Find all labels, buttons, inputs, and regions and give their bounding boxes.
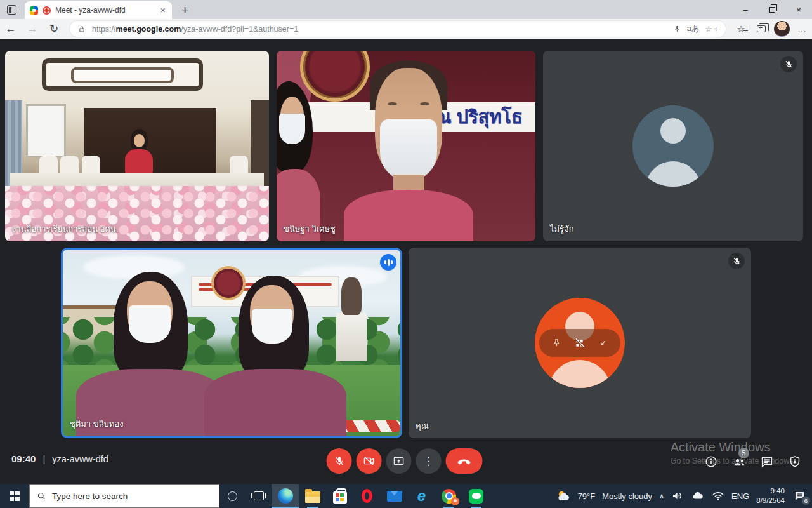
taskbar-app-file-explorer[interactable] [299,484,326,508]
meeting-details-button[interactable] [704,454,719,469]
video-tile-speaking[interactable]: ชุติมา ขลิบทอง [61,248,402,438]
window-close-button[interactable]: × [785,0,812,19]
onedrive-icon[interactable] [691,490,705,502]
mail-icon [387,491,402,502]
windows-logo-icon [10,491,20,501]
mic-off-icon [732,257,742,266]
divider: | [43,453,45,464]
monument-pedestal [336,313,367,361]
camera-toggle-button[interactable] [357,448,382,474]
meeting-time: 09:40 [11,453,36,464]
browser-tab[interactable]: Meet - yza-avww-dfd × [25,1,172,19]
notification-count-badge: 6 [801,496,811,505]
back-button[interactable]: ← [0,23,22,36]
new-tab-button[interactable]: + [181,3,188,17]
language-indicator[interactable]: ENG [731,491,749,501]
windows-taskbar: Type here to search e 79°F Mostly cloudy… [0,484,812,508]
tab-close-icon[interactable]: × [159,5,167,15]
person-left-mask [129,305,171,343]
taskbar-app-chrome[interactable] [435,484,462,508]
participants-button[interactable]: 5 [731,454,747,469]
taskbar-app-mail[interactable] [381,484,408,508]
refresh-button[interactable]: ↻ [43,22,65,36]
silhouette-body [645,161,701,187]
meeting-info: 09:40 | yza-avww-dfd [11,453,108,464]
task-view-button[interactable] [246,484,272,508]
person-center-mask [380,119,437,180]
cortana-button[interactable] [219,484,246,508]
remove-from-grid-icon[interactable] [573,337,586,349]
window-controls: – × [732,0,812,19]
video-tile-participant[interactable]: ณ ปริสุทโธ ขนิษฐา วิเศษชู [277,51,535,241]
video-outdoor [63,250,400,436]
chat-button[interactable] [759,454,775,469]
info-icon [704,455,718,469]
internet-explorer-icon: e [417,488,426,504]
window-minimize-button[interactable]: – [732,0,759,19]
host-controls-button[interactable] [787,454,802,469]
task-view-icon [254,491,264,500]
taskbar-app-store[interactable] [326,484,353,508]
taskbar-search-input[interactable]: Type here to search [29,484,219,508]
collections-button[interactable] [751,25,771,32]
favorites-button[interactable]: ☆ [731,23,751,35]
weather-temperature[interactable]: 79°F [578,491,596,501]
taskbar-app-line[interactable] [462,484,490,508]
weather-description[interactable]: Mostly cloudy [602,491,652,501]
mic-muted-chip [780,56,797,72]
person-center-shirt [344,190,473,241]
mic-toggle-button[interactable] [327,448,352,474]
minimize-tile-icon[interactable] [598,338,608,349]
url-domain: meet.google.com [116,25,181,34]
video-tile-meeting-room[interactable]: งานสื่อการเรียนการสอน อศน. [5,51,269,241]
profile-avatar[interactable] [771,21,792,37]
shield-lock-icon [788,455,802,469]
browser-menu-button[interactable]: … [792,23,812,34]
taskbar-app-edge[interactable] [272,484,299,508]
video-meeting-room [5,51,269,241]
forward-button: → [22,23,43,36]
meet-side-controls: 5 [704,454,802,469]
leave-call-button[interactable] [446,448,483,474]
projector-screen [26,104,65,157]
participant-name: งานสื่อการเรียนการสอน อศน. [12,222,118,236]
taskbar-app-internet-explorer[interactable]: e [408,484,435,508]
avatar-tile-unknown[interactable]: ไม่รู้จัก [543,51,803,241]
voice-search-icon[interactable] [673,25,681,33]
volume-icon[interactable] [671,490,684,502]
url-path: /yza-avww-dfd?pli=1&authuser=1 [181,25,298,34]
speaker-red-blouse [125,149,153,176]
cloud [83,255,185,279]
avatar-image [774,21,790,37]
add-favorite-icon[interactable]: ☆+ [705,24,718,34]
speaker-face [134,134,145,147]
tile-hover-controls [539,329,620,357]
eyebrow [420,102,429,105]
tab-actions-icon[interactable] [7,5,16,15]
browser-tab-strip: Meet - yza-avww-dfd × + – × [0,0,812,19]
start-button[interactable] [0,484,29,508]
edge-icon [278,488,293,504]
wifi-icon[interactable] [712,490,724,502]
weather-icon[interactable] [556,489,571,503]
silhouette-body [549,360,611,388]
taskbar-app-opera[interactable] [353,484,381,508]
taskbar-clock[interactable]: 9:40 8/9/2564 [756,486,785,505]
translate-icon[interactable]: aあ [687,23,700,34]
participant-name: ไม่รู้จัก [550,222,574,236]
banner-text: ณ ปริสุทโธ [435,102,523,131]
call-controls: ⋮ [327,448,483,474]
avatar-tile-self[interactable]: คุณ [409,248,751,438]
recording-indicator-icon [43,6,51,15]
more-options-button[interactable]: ⋮ [416,448,442,474]
address-bar[interactable]: https://meet.google.com/yza-avww-dfd?pli… [70,21,726,37]
lock-icon [77,25,86,34]
action-center-button[interactable]: 6 [792,488,807,504]
video-red-backdrop: ณ ปริสุทโธ [277,51,535,241]
pin-icon[interactable] [551,338,562,349]
window-restore-button[interactable] [759,0,785,19]
tray-overflow-chevron[interactable]: ∧ [659,492,664,500]
opera-icon [362,489,372,503]
mic-off-icon [333,455,345,467]
present-screen-button[interactable] [386,448,412,474]
